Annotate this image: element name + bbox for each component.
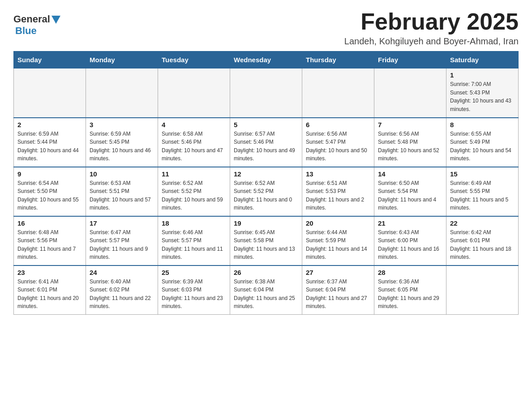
calendar-week-row: 2Sunrise: 6:59 AMSunset: 5:44 PMDaylight… xyxy=(14,118,519,167)
day-number: 27 xyxy=(306,269,370,276)
day-number: 6 xyxy=(306,121,370,128)
weekday-header-friday: Friday xyxy=(374,51,446,68)
weekday-header-wednesday: Wednesday xyxy=(230,51,302,68)
day-info: Sunrise: 6:55 AMSunset: 5:49 PMDaylight:… xyxy=(450,130,515,163)
day-info: Sunrise: 6:39 AMSunset: 6:03 PMDaylight:… xyxy=(162,278,226,311)
calendar-cell: 5Sunrise: 6:57 AMSunset: 5:46 PMDaylight… xyxy=(230,118,302,167)
calendar-cell: 28Sunrise: 6:36 AMSunset: 6:05 PMDayligh… xyxy=(374,265,446,315)
calendar-cell: 4Sunrise: 6:58 AMSunset: 5:46 PMDaylight… xyxy=(158,118,230,167)
day-number: 1 xyxy=(450,71,515,79)
calendar-cell xyxy=(86,68,158,118)
day-info: Sunrise: 6:58 AMSunset: 5:46 PMDaylight:… xyxy=(162,130,226,163)
weekday-header-thursday: Thursday xyxy=(302,51,374,68)
weekday-header-sunday: Sunday xyxy=(14,51,86,68)
calendar-cell xyxy=(374,68,446,118)
day-info: Sunrise: 6:46 AMSunset: 5:57 PMDaylight:… xyxy=(162,228,226,261)
day-number: 16 xyxy=(17,219,82,227)
day-number: 18 xyxy=(162,219,226,227)
day-info: Sunrise: 6:50 AMSunset: 5:54 PMDaylight:… xyxy=(378,179,442,212)
month-title: February 2025 xyxy=(344,9,519,34)
day-info: Sunrise: 6:37 AMSunset: 6:04 PMDaylight:… xyxy=(306,278,370,311)
logo-general-label: General xyxy=(13,13,50,25)
calendar-cell: 22Sunrise: 6:42 AMSunset: 6:01 PMDayligh… xyxy=(446,216,519,265)
calendar-cell: 19Sunrise: 6:45 AMSunset: 5:58 PMDayligh… xyxy=(230,216,302,265)
day-number: 7 xyxy=(378,121,442,128)
day-info: Sunrise: 6:56 AMSunset: 5:48 PMDaylight:… xyxy=(378,130,442,163)
day-info: Sunrise: 6:40 AMSunset: 6:02 PMDaylight:… xyxy=(90,278,154,311)
day-number: 20 xyxy=(306,219,370,227)
logo-triangle-icon xyxy=(51,16,60,24)
day-info: Sunrise: 6:52 AMSunset: 5:52 PMDaylight:… xyxy=(162,179,226,212)
day-info: Sunrise: 6:44 AMSunset: 5:59 PMDaylight:… xyxy=(306,228,370,261)
calendar-cell: 17Sunrise: 6:47 AMSunset: 5:57 PMDayligh… xyxy=(86,216,158,265)
header: General Blue February 2025 Landeh, Kohgi… xyxy=(13,9,519,47)
day-info: Sunrise: 6:53 AMSunset: 5:51 PMDaylight:… xyxy=(90,179,154,212)
day-number: 24 xyxy=(90,269,154,276)
calendar-cell xyxy=(446,265,519,315)
day-info: Sunrise: 6:59 AMSunset: 5:44 PMDaylight:… xyxy=(17,130,82,163)
calendar-week-row: 16Sunrise: 6:48 AMSunset: 5:56 PMDayligh… xyxy=(14,216,519,265)
logo-general-text: General xyxy=(13,13,60,25)
calendar-cell xyxy=(14,68,86,118)
day-info: Sunrise: 6:54 AMSunset: 5:50 PMDaylight:… xyxy=(17,179,82,212)
day-info: Sunrise: 6:49 AMSunset: 5:55 PMDaylight:… xyxy=(450,179,515,212)
calendar-cell: 16Sunrise: 6:48 AMSunset: 5:56 PMDayligh… xyxy=(14,216,86,265)
day-number: 9 xyxy=(17,170,82,178)
day-info: Sunrise: 6:43 AMSunset: 6:00 PMDaylight:… xyxy=(378,228,442,261)
day-number: 21 xyxy=(378,219,442,227)
calendar-week-row: 9Sunrise: 6:54 AMSunset: 5:50 PMDaylight… xyxy=(14,167,519,216)
calendar-cell: 21Sunrise: 6:43 AMSunset: 6:00 PMDayligh… xyxy=(374,216,446,265)
location-title: Landeh, Kohgiluyeh and Boyer-Ahmad, Iran xyxy=(344,36,519,47)
calendar-cell: 15Sunrise: 6:49 AMSunset: 5:55 PMDayligh… xyxy=(446,167,519,216)
day-number: 26 xyxy=(234,269,298,276)
calendar-cell: 12Sunrise: 6:52 AMSunset: 5:52 PMDayligh… xyxy=(230,167,302,216)
calendar-cell xyxy=(158,68,230,118)
day-number: 2 xyxy=(17,121,82,128)
calendar-cell: 14Sunrise: 6:50 AMSunset: 5:54 PMDayligh… xyxy=(374,167,446,216)
day-number: 5 xyxy=(234,121,298,128)
day-number: 19 xyxy=(234,219,298,227)
calendar-cell: 7Sunrise: 6:56 AMSunset: 5:48 PMDaylight… xyxy=(374,118,446,167)
day-info: Sunrise: 6:48 AMSunset: 5:56 PMDaylight:… xyxy=(17,228,82,261)
day-number: 3 xyxy=(90,121,154,128)
day-number: 8 xyxy=(450,121,515,128)
day-number: 12 xyxy=(234,170,298,178)
title-area: February 2025 Landeh, Kohgiluyeh and Boy… xyxy=(344,9,519,47)
calendar-table: SundayMondayTuesdayWednesdayThursdayFrid… xyxy=(13,51,519,315)
calendar-cell: 24Sunrise: 6:40 AMSunset: 6:02 PMDayligh… xyxy=(86,265,158,315)
calendar-cell: 20Sunrise: 6:44 AMSunset: 5:59 PMDayligh… xyxy=(302,216,374,265)
day-info: Sunrise: 6:59 AMSunset: 5:45 PMDaylight:… xyxy=(90,130,154,163)
day-number: 14 xyxy=(378,170,442,178)
calendar-cell: 3Sunrise: 6:59 AMSunset: 5:45 PMDaylight… xyxy=(86,118,158,167)
weekday-header-saturday: Saturday xyxy=(446,51,519,68)
calendar-cell: 10Sunrise: 6:53 AMSunset: 5:51 PMDayligh… xyxy=(86,167,158,216)
calendar-week-row: 1Sunrise: 7:00 AMSunset: 5:43 PMDaylight… xyxy=(14,68,519,118)
logo-blue-label: Blue xyxy=(15,25,37,36)
day-number: 25 xyxy=(162,269,226,276)
calendar-cell: 26Sunrise: 6:38 AMSunset: 6:04 PMDayligh… xyxy=(230,265,302,315)
day-number: 22 xyxy=(450,219,515,227)
day-info: Sunrise: 6:51 AMSunset: 5:53 PMDaylight:… xyxy=(306,179,370,212)
calendar-week-row: 23Sunrise: 6:41 AMSunset: 6:01 PMDayligh… xyxy=(14,265,519,315)
day-number: 11 xyxy=(162,170,226,178)
calendar-cell xyxy=(230,68,302,118)
logo: General Blue xyxy=(13,9,60,37)
weekday-header-tuesday: Tuesday xyxy=(158,51,230,68)
day-info: Sunrise: 7:00 AMSunset: 5:43 PMDaylight:… xyxy=(450,80,515,113)
day-info: Sunrise: 6:45 AMSunset: 5:58 PMDaylight:… xyxy=(234,228,298,261)
day-number: 10 xyxy=(90,170,154,178)
calendar-cell: 11Sunrise: 6:52 AMSunset: 5:52 PMDayligh… xyxy=(158,167,230,216)
calendar-cell: 25Sunrise: 6:39 AMSunset: 6:03 PMDayligh… xyxy=(158,265,230,315)
day-info: Sunrise: 6:41 AMSunset: 6:01 PMDaylight:… xyxy=(17,278,82,311)
calendar-cell: 27Sunrise: 6:37 AMSunset: 6:04 PMDayligh… xyxy=(302,265,374,315)
day-number: 15 xyxy=(450,170,515,178)
day-info: Sunrise: 6:47 AMSunset: 5:57 PMDaylight:… xyxy=(90,228,154,261)
day-info: Sunrise: 6:57 AMSunset: 5:46 PMDaylight:… xyxy=(234,130,298,163)
day-number: 23 xyxy=(17,269,82,276)
calendar-cell: 23Sunrise: 6:41 AMSunset: 6:01 PMDayligh… xyxy=(14,265,86,315)
weekday-header-row: SundayMondayTuesdayWednesdayThursdayFrid… xyxy=(14,51,519,68)
day-number: 4 xyxy=(162,121,226,128)
day-number: 28 xyxy=(378,269,442,276)
calendar-cell: 1Sunrise: 7:00 AMSunset: 5:43 PMDaylight… xyxy=(446,68,519,118)
day-info: Sunrise: 6:56 AMSunset: 5:47 PMDaylight:… xyxy=(306,130,370,163)
